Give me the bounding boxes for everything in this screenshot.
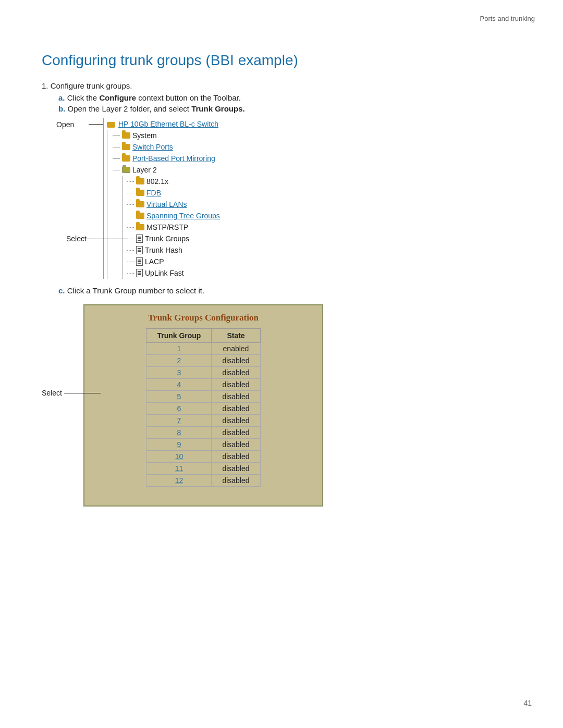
trunk-group-state: disabled — [212, 439, 260, 451]
tree-item-vlans[interactable]: Virtual LANs — [123, 199, 220, 210]
page-header: Ports and trunking — [480, 15, 535, 22]
trunk-group-number[interactable]: 9 — [146, 439, 212, 451]
table-row[interactable]: 4disabled — [146, 379, 260, 391]
trunk-group-state: disabled — [212, 379, 260, 391]
table-select-label: Select — [42, 389, 62, 397]
trunk-groups-table: Trunk Group State 1enabled2disabled3disa… — [146, 328, 260, 487]
trunk-group-state: disabled — [212, 367, 260, 379]
trunk-group-number[interactable]: 4 — [146, 379, 212, 391]
trunk-group-number[interactable]: 7 — [146, 415, 212, 427]
table-row[interactable]: 1enabled — [146, 343, 260, 355]
trunk-group-state: disabled — [212, 391, 260, 403]
trunk-group-state: disabled — [212, 451, 260, 463]
trunk-group-state: disabled — [212, 355, 260, 367]
tree-root[interactable]: HP 10Gb Ethernet BL-c Switch — [104, 118, 220, 130]
open-label: Open — [56, 120, 74, 129]
table-row[interactable]: 3disabled — [146, 367, 260, 379]
page-title: Configuring trunk groups (BBI example) — [42, 52, 521, 69]
table-row[interactable]: 8disabled — [146, 427, 260, 439]
col-state: State — [212, 329, 260, 343]
table-row[interactable]: 11disabled — [146, 463, 260, 475]
tree-item-8021x: 802.1x — [123, 176, 220, 187]
trunk-group-number[interactable]: 10 — [146, 451, 212, 463]
trunk-groups-screenshot: Trunk Groups Configuration Trunk Group S… — [83, 304, 323, 507]
tree-item-port-mirroring[interactable]: Port-Based Port Mirroring — [107, 153, 220, 164]
tree-item-system: System — [107, 130, 220, 141]
trunk-group-state: disabled — [212, 415, 260, 427]
table-row[interactable]: 5disabled — [146, 391, 260, 403]
tree-item-fdb[interactable]: FDB — [123, 187, 220, 199]
table-row[interactable]: 7disabled — [146, 415, 260, 427]
step-1a: Click the Configure context button on th… — [58, 93, 521, 102]
trunk-group-number[interactable]: 5 — [146, 391, 212, 403]
tree-item-trunk-hash: Trunk Hash — [123, 244, 220, 256]
tree-item-mstp: MSTP/RSTP — [123, 221, 220, 233]
trunk-group-number[interactable]: 12 — [146, 475, 212, 487]
trunk-group-number[interactable]: 1 — [146, 343, 212, 355]
table-title: Trunk Groups Configuration — [84, 305, 322, 328]
table-row[interactable]: 9disabled — [146, 439, 260, 451]
step-1c: c. Click a Trunk Group number to select … — [58, 286, 521, 295]
trunk-group-state: disabled — [212, 427, 260, 439]
trunk-group-state: disabled — [212, 475, 260, 487]
trunk-group-number[interactable]: 2 — [146, 355, 212, 367]
tree-item-trunk-groups[interactable]: Select Trunk Groups — [123, 233, 220, 244]
table-row[interactable]: 10disabled — [146, 451, 260, 463]
tree-item-switch-ports[interactable]: Switch Ports — [107, 141, 220, 153]
tree-item-uplink-fast: UpLink Fast — [123, 267, 220, 279]
trunk-group-number[interactable]: 11 — [146, 463, 212, 475]
tree-item-layer2[interactable]: Layer 2 — [107, 164, 220, 176]
col-trunk-group: Trunk Group — [146, 329, 212, 343]
trunk-group-number[interactable]: 3 — [146, 367, 212, 379]
trunk-group-number[interactable]: 8 — [146, 427, 212, 439]
tree-item-lacp: LACP — [123, 256, 220, 267]
page-number: 41 — [523, 699, 532, 707]
trunk-group-state: disabled — [212, 403, 260, 415]
step-1: Configure trunk groups. — [42, 81, 521, 90]
table-row[interactable]: 12disabled — [146, 475, 260, 487]
trunk-group-state: enabled — [212, 343, 260, 355]
step-1b: Open the Layer 2 folder, and select Trun… — [58, 104, 521, 113]
trunk-group-state: disabled — [212, 463, 260, 475]
tree-item-spanning-tree[interactable]: Spanning Tree Groups — [123, 210, 220, 221]
table-row[interactable]: 6disabled — [146, 403, 260, 415]
trunk-group-number[interactable]: 6 — [146, 403, 212, 415]
table-row[interactable]: 2disabled — [146, 355, 260, 367]
